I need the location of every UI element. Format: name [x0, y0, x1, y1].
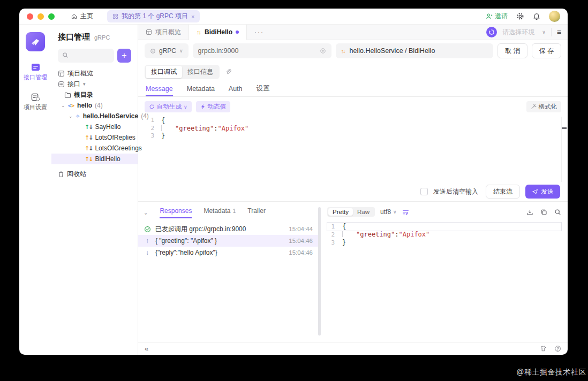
tab-trailer[interactable]: Trailer — [247, 207, 266, 218]
format-button[interactable]: 格式化 — [526, 101, 562, 112]
tab-pretty[interactable]: Pretty — [328, 208, 353, 216]
tab-api-info[interactable]: 接口信息 — [182, 66, 218, 78]
sidebar-item-hello-proto[interactable]: ⌄ <> hello (4) — [51, 100, 138, 111]
sidebar-item-apis[interactable]: 接口 ▾ — [51, 79, 138, 89]
search-icon — [62, 52, 69, 58]
app-logo[interactable] — [26, 32, 45, 51]
request-section-tabs: Message Metadata Auth 设置 — [138, 82, 568, 97]
protocol-select[interactable]: gRPC ∨ — [145, 43, 189, 58]
code-token: : — [214, 125, 217, 133]
overview-grid-icon — [58, 70, 65, 77]
cancel-button[interactable]: 取 消 — [497, 43, 527, 58]
search-response-icon[interactable] — [554, 209, 561, 216]
tab-label: Metadata — [203, 207, 230, 215]
zoom-window-button[interactable] — [48, 13, 55, 20]
dynamic-value-button[interactable]: 动态值 — [196, 101, 231, 112]
rail-item-api-management[interactable]: 接口管理 — [24, 63, 47, 81]
minimize-window-button[interactable] — [37, 13, 44, 20]
main-area: 项目概览 ↑↓ BidiHello ··· 请选择环境 — [138, 25, 568, 355]
tab-responses[interactable]: Responses — [160, 207, 192, 218]
unary-method-icon: ↑↓ — [85, 124, 92, 131]
encoding-select[interactable]: utf8 ∨ — [380, 208, 397, 216]
response-viewer-panel: Pretty Raw utf8 ∨ — [321, 202, 568, 342]
titlebar-actions: 邀请 — [486, 11, 560, 22]
sidebar-item-recycle-bin[interactable]: 回收站 — [51, 169, 138, 179]
tab-settings[interactable]: 设置 — [257, 82, 270, 96]
help-icon[interactable] — [554, 345, 561, 352]
response-event-row[interactable]: 已发起调用 grpc://grpcb.in:9000 15:04:44 — [138, 223, 318, 235]
auto-generate-button[interactable]: 自动生成 ∨ — [145, 101, 192, 112]
send-plane-icon — [532, 188, 538, 195]
sidebar-item-lotsofreplies[interactable]: ↑↓ LotsOfReplies — [51, 132, 138, 143]
collapse-panel-icon[interactable]: ⌄ — [144, 210, 148, 216]
more-tabs-button[interactable]: ··· — [247, 25, 272, 40]
close-window-button[interactable] — [27, 13, 33, 20]
expand-caret-icon[interactable]: ⌄ — [69, 113, 73, 119]
folder-icon — [64, 92, 71, 98]
tab-metadata[interactable]: Metadata — [187, 82, 215, 96]
word-wrap-icon[interactable] — [402, 209, 409, 216]
code-token: "Apifox" — [398, 231, 429, 239]
paperclip-icon[interactable] — [225, 68, 232, 75]
sidebar-title: 接口管理 — [58, 32, 90, 42]
clear-after-send-checkbox[interactable] — [420, 188, 428, 195]
save-response-icon[interactable] — [526, 209, 533, 216]
tab-raw[interactable]: Raw — [353, 208, 374, 216]
sidebar-item-hello-service[interactable]: ⌄ ✧ hello.HelloService (4) — [51, 111, 138, 121]
received-arrow-down-icon: ↓ — [144, 249, 151, 256]
line-number: 3 — [145, 132, 154, 140]
sidebar-item-bidihello[interactable]: ↑↓ BidiHello — [51, 154, 138, 164]
clear-after-send-label: 发送后清空输入 — [433, 187, 478, 196]
event-time: 15:04:46 — [289, 238, 313, 244]
sidebar-protocol-badge: gRPC — [94, 34, 110, 41]
app-window: 主页 我的第 1 个 gRPC 项目 × 邀请 — [19, 9, 568, 355]
home-tab[interactable]: 主页 — [71, 12, 93, 21]
response-event-row[interactable]: ↓ {"reply":"hello Apifox"} 15:04:46 — [138, 247, 318, 258]
send-button[interactable]: 发送 — [525, 185, 560, 199]
expand-caret-icon[interactable]: ⌄ — [61, 103, 65, 108]
copy-icon[interactable] — [540, 209, 547, 216]
close-project-tab-icon[interactable]: × — [191, 13, 194, 20]
section-caret-icon[interactable]: ▾ — [83, 81, 87, 87]
rail-item-project-settings[interactable]: 项目设置 — [24, 93, 47, 111]
tab-api-debug[interactable]: 接口调试 — [146, 66, 182, 78]
collapse-sidebar-icon[interactable]: « — [145, 345, 148, 353]
user-avatar[interactable] — [549, 11, 560, 22]
tab-message[interactable]: Message — [146, 82, 173, 96]
layout-menu-icon[interactable]: ≡ — [557, 28, 561, 36]
env-selector[interactable]: 请选择环境 ∨ — [502, 28, 546, 37]
env-sync-icon[interactable] — [486, 27, 497, 37]
notifications-bell-icon[interactable] — [533, 13, 540, 20]
tab-bidihello[interactable]: ↑↓ BidiHello — [189, 25, 247, 40]
tab-response-metadata[interactable]: Metadata 1 — [203, 207, 236, 218]
project-tab[interactable]: 我的第 1 个 gRPC 项目 × — [107, 10, 200, 22]
tab-project-overview[interactable]: 项目概览 — [138, 25, 189, 40]
url-env-icon[interactable] — [320, 48, 326, 54]
invite-button[interactable]: 邀请 — [486, 12, 508, 21]
viewer-actions — [526, 209, 561, 216]
settings-gear-icon[interactable] — [516, 12, 524, 20]
pretty-raw-segmented: Pretty Raw — [327, 207, 375, 217]
url-input[interactable] — [198, 47, 320, 55]
add-button[interactable]: + — [117, 49, 131, 63]
response-json-viewer[interactable]: 1 { 2 "greeting" : "Apifox" — [327, 223, 561, 247]
sidebar-item-sayhello[interactable]: ↑↓ SayHello — [51, 121, 138, 132]
editor-scrollbar[interactable] — [561, 117, 568, 182]
response-event-row[interactable]: ↑ { "greeting": "Apifox" } 15:04:46 — [138, 235, 318, 247]
tab-auth[interactable]: Auth — [229, 82, 243, 96]
rail-api-label: 接口管理 — [24, 73, 47, 81]
json-editor[interactable]: 1 { 2 "greeting" : "Apifox" 3 } — [145, 117, 561, 182]
sidebar-item-lotsofgreetings[interactable]: ↑↓ LotsOfGreetings — [51, 143, 138, 154]
save-button[interactable]: 保 存 — [532, 43, 561, 58]
desktop-background: 主页 我的第 1 个 gRPC 项目 × 邀请 — [0, 0, 588, 381]
bidi-method-icon: ↑↓ — [197, 29, 201, 35]
rail-settings-label: 项目设置 — [24, 103, 47, 111]
service-method-field[interactable]: ↑↓ hello.HelloService / BidiHello — [336, 43, 494, 58]
sidebar-item-root-folder[interactable]: 根目录 — [51, 89, 138, 100]
end-stream-button[interactable]: 结束流 — [486, 185, 520, 199]
tree-label: 接口 — [67, 80, 80, 89]
sidebar-item-project-overview[interactable]: 项目概览 — [51, 68, 138, 79]
feedback-icon[interactable] — [540, 345, 547, 352]
env-area: 请选择环境 ∨ ≡ — [486, 25, 568, 40]
code-token: "Apifox" — [217, 125, 248, 133]
